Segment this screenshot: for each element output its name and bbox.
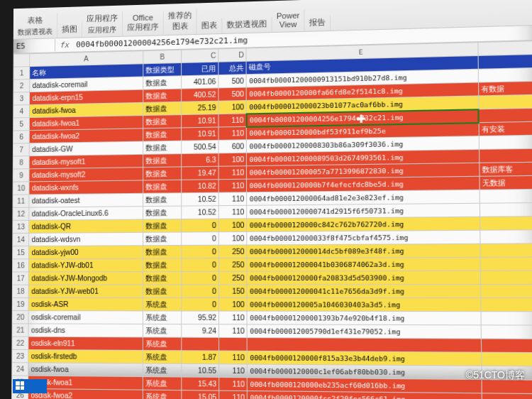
cell[interactable]: datadisk-wxnfs <box>29 180 143 195</box>
cell[interactable]: 0 <box>182 219 219 232</box>
column-header[interactable]: B <box>143 50 182 64</box>
cell[interactable]: 数据盘 <box>143 76 182 89</box>
cell[interactable] <box>479 148 532 163</box>
cell[interactable]: 系统盘 <box>143 364 182 377</box>
column-header[interactable] <box>13 54 30 67</box>
row-header[interactable]: 11 <box>13 195 29 207</box>
cell[interactable]: 0004fb000012000041c11e7656da3d9f.img <box>247 284 480 297</box>
row-header[interactable]: 13 <box>13 220 29 233</box>
cell[interactable]: 0004fb0000120000fa20833d5d503900.img <box>247 270 480 284</box>
cell[interactable] <box>481 312 532 325</box>
cell[interactable]: 110 <box>219 311 248 324</box>
cell[interactable]: 110 <box>219 351 248 364</box>
cell[interactable]: 10.82 <box>182 180 219 193</box>
header-cell[interactable]: 已用 <box>182 62 218 76</box>
header-cell[interactable]: 总共 <box>218 61 247 75</box>
cell[interactable]: osdisk-firstedb <box>28 350 143 364</box>
cell[interactable]: datadisk-YJW-Mongodb <box>29 272 143 285</box>
fx-icon[interactable]: fx <box>55 40 73 50</box>
cell[interactable]: 110 <box>218 205 247 219</box>
cell[interactable]: 110 <box>219 377 248 390</box>
cell[interactable]: 数据盘 <box>143 285 181 298</box>
cell[interactable] <box>248 338 482 353</box>
cell[interactable] <box>480 230 532 244</box>
row-header[interactable]: 12 <box>13 207 29 220</box>
cell[interactable]: 数据盘 <box>143 115 182 129</box>
cell[interactable]: 数据盘 <box>143 245 181 258</box>
column-header[interactable]: D <box>218 48 246 62</box>
cell[interactable]: 10.52 <box>182 206 219 219</box>
cell[interactable]: 9.24 <box>182 324 219 338</box>
cell[interactable]: 系统盘 <box>143 324 182 337</box>
cell[interactable]: datadisk-mysoft2 <box>29 168 143 182</box>
cell[interactable] <box>478 67 532 82</box>
ribbon-group[interactable]: 数据透视图 <box>222 17 272 33</box>
row-header[interactable]: 8 <box>13 156 29 169</box>
cell[interactable]: 系统盘 <box>143 350 182 364</box>
cell[interactable]: datadisk-YJW-db01 <box>29 258 143 272</box>
cell[interactable]: 0004fb000012000033f8f475cbfaf4575.img <box>247 230 480 245</box>
cell[interactable]: 数据盘 <box>143 128 182 141</box>
cell[interactable]: 100 <box>219 297 248 311</box>
cell[interactable]: 100 <box>218 100 247 114</box>
cell[interactable]: 110 <box>218 166 247 180</box>
cell[interactable] <box>480 189 532 203</box>
ribbon-group[interactable]: 报告 <box>305 15 331 31</box>
cell[interactable] <box>479 94 532 109</box>
row-header[interactable]: 16 <box>13 259 29 272</box>
ribbon-group[interactable]: PowerView <box>272 9 305 32</box>
cell[interactable]: 110 <box>218 192 247 206</box>
taskbar[interactable] <box>13 379 47 393</box>
cell[interactable]: 数据盘 <box>143 206 182 219</box>
cell[interactable]: 0 <box>182 285 219 298</box>
cell[interactable]: 250 <box>219 271 248 285</box>
cell[interactable] <box>479 108 532 123</box>
cell[interactable]: 0004fb0000120000f815a33e3b44deb9.img <box>248 351 482 366</box>
cell[interactable]: 10.55 <box>182 364 219 377</box>
cell[interactable]: 250 <box>218 245 247 258</box>
cell[interactable]: osdisk-eln911 <box>28 337 143 350</box>
cell[interactable]: 0004fb0000120000c842c762b762720d.img <box>247 217 480 231</box>
cell[interactable] <box>481 325 532 339</box>
cell[interactable]: 0004fb00001200001393b74e920b4f18.img <box>247 311 481 325</box>
cell[interactable]: 0004fb0000120000741d2915f6f50731.img <box>247 203 480 219</box>
cell[interactable]: 10.52 <box>182 192 219 206</box>
cell[interactable] <box>182 337 219 351</box>
cell[interactable]: 6.3 <box>182 153 218 167</box>
cell[interactable]: 系统盘 <box>143 311 182 324</box>
name-box[interactable]: E5 <box>13 39 55 52</box>
cell[interactable] <box>481 339 532 353</box>
row-header[interactable]: 2 <box>13 80 30 92</box>
column-header[interactable] <box>478 40 532 55</box>
cell[interactable]: 0 <box>182 271 219 285</box>
cell[interactable]: datadisk-yjw00 <box>29 246 143 259</box>
cell[interactable]: 400.52 <box>182 88 218 102</box>
cell[interactable]: 100 <box>218 153 247 166</box>
cell[interactable]: 数据盘 <box>143 232 181 246</box>
cell[interactable]: 数据盘 <box>143 167 182 180</box>
cell[interactable]: osdisk-fwoa <box>28 363 143 377</box>
cell[interactable]: 110 <box>219 324 248 338</box>
cell[interactable]: 19.47 <box>182 166 218 180</box>
cell[interactable] <box>480 217 532 231</box>
cell[interactable]: 0004fb000012000041b0306874062a3d.img <box>247 257 480 271</box>
cell[interactable]: 500 <box>218 87 247 101</box>
row-header[interactable]: 24 <box>12 363 28 376</box>
cell[interactable]: osdisk-dns <box>28 324 143 337</box>
row-header[interactable]: 15 <box>13 246 29 259</box>
cell[interactable]: datadisk-wdsvn <box>29 232 143 246</box>
cell[interactable] <box>479 135 532 149</box>
row-header[interactable]: 14 <box>13 233 29 246</box>
row-header[interactable]: 23 <box>12 349 28 362</box>
cell[interactable]: 0004fb000012000014dc5bf089e3f48f.img <box>247 244 480 258</box>
cell[interactable]: 0 <box>182 232 219 246</box>
windows-start-icon[interactable] <box>16 381 24 390</box>
cell[interactable]: 500 <box>218 75 247 88</box>
cell[interactable]: 25.19 <box>182 101 218 114</box>
cell[interactable]: 401.06 <box>182 75 218 89</box>
ribbon-group[interactable]: 插图 <box>57 22 82 38</box>
cell[interactable] <box>481 352 532 366</box>
row-header[interactable]: 17 <box>12 272 28 285</box>
cell[interactable]: 15.05 <box>182 390 219 399</box>
cell[interactable]: datadisk-YJW-web01 <box>29 285 143 297</box>
